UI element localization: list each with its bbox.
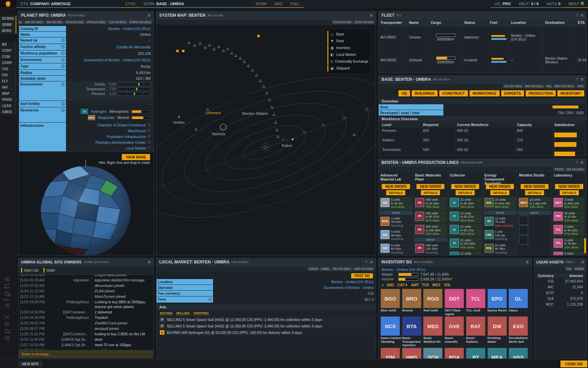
tab-fin[interactable]: FIN [565, 267, 573, 271]
production-order[interactable]: PE400 unitsin 2h 49m79% done [414, 197, 447, 210]
gear-icon[interactable]: ⚙ [370, 13, 373, 18]
ship-destination[interactable]: Benten Station (Benten) [543, 49, 576, 72]
sidebar-item-corp[interactable]: CORP [0, 60, 16, 66]
sidebar-item-sdbr[interactable]: SDBR [0, 22, 16, 28]
sidebar-item-bfrs[interactable]: BFRS [0, 28, 16, 34]
tab-lmp[interactable]: LMP UV-351c [353, 267, 375, 271]
ship-location[interactable]: DW-456 - Orm (DW-456g) [509, 72, 543, 73]
ctxs-button[interactable]: CTXS [121, 0, 139, 8]
market-ad[interactable]: PSELLING 5 Smart Space Suit (HSS) @ 12,4… [158, 317, 374, 322]
currency-row[interactable]: AIC11,344 [536, 284, 585, 290]
menu-item-shipyard[interactable]: ▣Shipyard [327, 65, 368, 72]
new-order-button[interactable]: NEW ORDER [521, 184, 549, 189]
production-order[interactable]: PE400 unitsin 10h 50m19% done [414, 224, 447, 237]
gear-icon[interactable]: ⚙ [147, 260, 151, 264]
ship-transponder[interactable]: AVI-00001 [379, 26, 407, 49]
post-ad-button[interactable]: POST AD [351, 273, 373, 278]
material-tile[interactable]: PDA [445, 348, 464, 359]
material-tile[interactable]: RAT [466, 317, 485, 336]
tab-sysi[interactable]: SYSI UV-351 [332, 20, 353, 24]
tab-arc[interactable]: ARC [576, 84, 586, 88]
base-header[interactable]: BASE: BENTEN - UMBRA BS UV-351c ?⚙ [379, 76, 586, 83]
tab-ms[interactable]: MS UV-351 [45, 20, 64, 24]
gear-icon[interactable]: ⚙ [580, 160, 584, 165]
sidebar-item-com[interactable]: COM [0, 54, 16, 60]
ship-name[interactable]: Bespin [407, 72, 429, 73]
help-icon[interactable]: ? [365, 260, 367, 264]
buying-filter[interactable]: BUYING [160, 311, 173, 315]
list-view-icon[interactable]: ≡ [381, 283, 383, 287]
inventory-item[interactable]: FIM [381, 348, 402, 359]
info-icon[interactable]: ⓘ [147, 128, 151, 133]
new-order-button[interactable]: NEW ORDER [451, 184, 479, 189]
production-order[interactable]: TCL6 unitsin 9h 54m40% done [553, 251, 586, 256]
notifications-indicator[interactable]: NOTS0 [542, 0, 565, 8]
inventory-item[interactable]: HMS [402, 348, 423, 359]
inventory-item[interactable]: EXOExoskeleton Work Suit [509, 317, 529, 347]
infra-link[interactable]: Local Market [125, 146, 146, 150]
tab-hq[interactable]: HQ [545, 84, 553, 88]
production-order[interactable]: H21 unitsin 1 day 3h35% done [449, 251, 482, 256]
production-order[interactable]: H21 unitsin 6h 27m85% done [449, 224, 482, 237]
operator-value[interactable]: Government of Benten - Umbra [213, 285, 376, 290]
new-order-button[interactable]: NEW ORDER [555, 184, 583, 189]
info-icon[interactable]: ⓘ [61, 51, 65, 56]
sidebar-item-flt[interactable]: FLT [0, 78, 16, 84]
full-button[interactable]: FULL [287, 0, 304, 8]
info-icon[interactable]: ⓘ [61, 64, 65, 69]
tab-inv[interactable]: INV UV-351c [24, 20, 45, 24]
market-ad[interactable]: ABUYING 500 Hydrogen (H) @ 50,000.00 CIS… [158, 329, 374, 335]
inventory-item[interactable]: MEA [488, 348, 508, 359]
sidebar-item-cmds[interactable]: CMDS [0, 109, 16, 115]
location-value[interactable]: Benten - Umbra (UV-351c) [213, 279, 376, 285]
material-tile[interactable]: DDT [445, 289, 464, 308]
info-icon[interactable]: ⓘ [147, 134, 151, 139]
tab-bra[interactable]: BRA UV-351c [553, 84, 575, 88]
inventory-item[interactable]: HSS [509, 348, 529, 359]
inventory-location[interactable]: Benten - Umbra (UV-351c) [381, 267, 426, 272]
queued-order[interactable]: SOL24 units9h 38mrecurring [484, 243, 517, 256]
col-destination[interactable]: Destination [543, 19, 576, 26]
local-market-header[interactable]: LOCAL MARKET: BENTEN - UMBRA LM UV-351c … [157, 258, 376, 266]
help-icon[interactable]: ? [576, 77, 578, 82]
production-order[interactable]: H21 unitsin 22h 58m45% done [449, 237, 482, 250]
fleet-header[interactable]: FLEET FLT ?⚙ [379, 12, 586, 19]
details-button[interactable]: DETAILS [490, 190, 509, 195]
gear-icon[interactable]: ⚙ [370, 260, 373, 264]
details-button[interactable]: DETAILS [386, 190, 405, 195]
map-label-katoa[interactable]: Katoa [282, 143, 292, 148]
inventory-item[interactable]: GLGlass [509, 289, 529, 316]
production-order[interactable]: TCL3 unitsin 4h 23m47% done [553, 224, 586, 237]
experts-button[interactable]: EXPERTS [501, 90, 524, 96]
col-eta[interactable]: ETA [576, 19, 587, 26]
gear-icon[interactable]: ⚙ [580, 13, 584, 18]
queued-order[interactable]: SIO5 units6h 53mrecurring [379, 243, 412, 256]
selling-filter[interactable]: SELLING [176, 311, 190, 315]
production-order[interactable]: SIO5 unitsin 4h 2m41% done [379, 197, 412, 210]
tab-sysi[interactable]: SYSI UV-351 [64, 20, 85, 24]
menu-item-base[interactable]: △Base [327, 31, 368, 37]
menu-item-local-market[interactable]: ◧Local Market [327, 51, 368, 58]
material-tile[interactable]: BRO [402, 289, 421, 308]
gear-icon[interactable]: ⚙ [581, 260, 584, 264]
material-tile[interactable]: SCN [423, 348, 442, 359]
material-tile[interactable]: NCS [381, 317, 400, 336]
inventory-item[interactable]: DWDrinking Water [488, 317, 508, 347]
new-order-button[interactable]: NEW ORDER [486, 184, 514, 189]
production-order[interactable]: THF20 unitsin 1h 0m93% done [553, 211, 586, 224]
screen-selector[interactable]: SCRN:BASE - UMBRA [139, 0, 251, 8]
help-icon[interactable]: ? [576, 13, 578, 18]
liquid-assets-header[interactable]: LIQUID ASSETS FINLA ⚙ [534, 258, 586, 266]
info-icon[interactable]: ⓘ [61, 108, 65, 113]
sidebar-item-bs[interactable]: BS [0, 42, 16, 47]
sidebar-item-lead[interactable]: LEAD [0, 103, 16, 109]
inventory-item[interactable]: PT [466, 348, 487, 359]
queued-order[interactable]: SIO5 units6h 53mrecurring [379, 229, 412, 242]
catalog-id-value[interactable]: Benten - Umbra (UV-351c) [66, 26, 153, 31]
material-tile[interactable]: TCL [466, 289, 485, 308]
map-label-yannick[interactable]: Yannick [212, 132, 225, 136]
planet-info-header[interactable]: PLANET INFO: UMBRA PLI UV-351c ⚙ [18, 12, 153, 19]
gear-icon[interactable]: ⚙ [580, 77, 584, 82]
production-order[interactable]: H21 unitsin 6h 27m85% done [449, 211, 482, 224]
currency-row[interactable]: CIS37,942,604 [536, 278, 585, 284]
